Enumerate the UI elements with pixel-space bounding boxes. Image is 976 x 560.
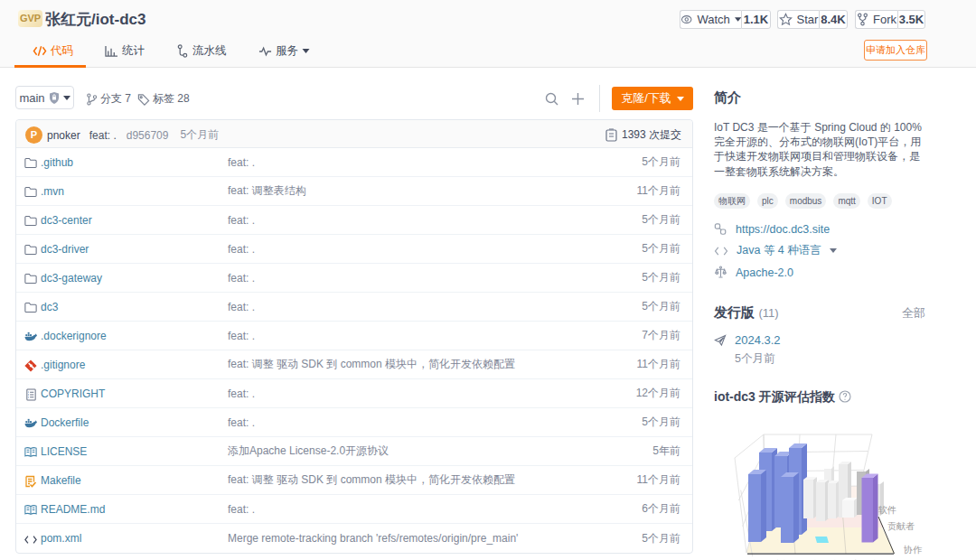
svg-text:贡献者: 贡献者: [887, 521, 915, 531]
svg-text:软件: 软件: [877, 505, 896, 515]
svg-text:协作: 协作: [903, 545, 923, 555]
